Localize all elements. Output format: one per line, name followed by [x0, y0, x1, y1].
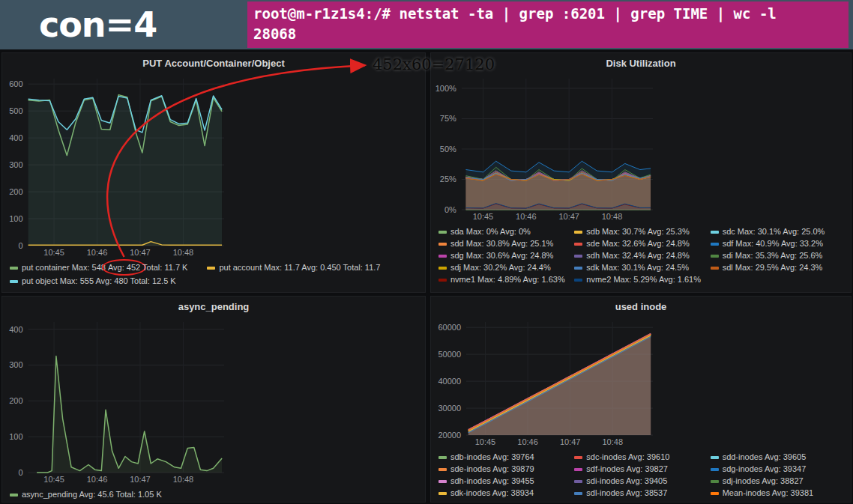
x-axis-tick-label: 10:47 [558, 212, 579, 221]
terminal-output-line: 28068 [253, 24, 843, 44]
terminal-window[interactable]: root@m-r1z1s4:/# netstat -ta | grep :620… [247, 1, 849, 48]
legend-series-marker [574, 243, 582, 246]
panel-put-account-container-object: PUT Account/Container/Object 01002003004… [1, 52, 426, 293]
series-area [37, 356, 222, 473]
legend-series-marker [711, 243, 719, 246]
legend-item[interactable]: sdb-inodes Avg: 39764 [438, 451, 574, 463]
legend-series-marker [438, 492, 447, 495]
legend-label: put container Max: 548 [22, 263, 108, 272]
legend-item[interactable]: nvme2 Max: 5.29% Avg: 1.61% [574, 273, 710, 285]
y-axis-tick-label: 300 [9, 360, 22, 369]
legend-label: sda Max: 0% Avg: 0% [450, 227, 531, 236]
series-area [468, 334, 651, 435]
legend-series-marker [438, 243, 447, 246]
legend-series-marker [10, 280, 18, 283]
legend-label: sde Max: 32.6% Avg: 24.8% [586, 239, 689, 248]
y-axis-tick-label: 100 [9, 432, 22, 441]
legend-item[interactable]: Mean-inodes Avg: 39381 [711, 487, 846, 499]
panel-title[interactable]: async_pending [2, 297, 425, 316]
x-axis-tick-label: 10:46 [87, 248, 108, 257]
panel-disk-utilization: Disk Utilization 0%25%50%75%100%10:4510:… [430, 52, 852, 293]
legend-label: sdb Max: 30.7% Avg: 25.3% [586, 227, 689, 236]
legend-label: async_pending Avg: 45.6 Total: 1.05 K [22, 490, 162, 499]
legend-item[interactable]: nvme1 Max: 4.89% Avg: 1.63% [438, 273, 574, 285]
legend-label: nvme1 Max: 4.89% Avg: 1.63% [450, 275, 565, 284]
legend-item[interactable]: sdk Max: 30.1% Avg: 24.5% [574, 261, 710, 273]
y-axis-tick-label: 0 [18, 468, 22, 477]
legend-label: sdc Max: 30.1% Avg: 25.0% [723, 227, 825, 236]
legend-item[interactable]: put container Max: 548 Avg: 452 Total: 1… [10, 261, 187, 273]
x-axis-tick-label: 10:48 [602, 437, 623, 446]
legend-item[interactable]: sdl Max: 29.5% Avg: 24.3% [711, 261, 846, 273]
connection-count-label: con=4 [39, 4, 157, 45]
y-axis-tick-label: 50000 [438, 350, 461, 359]
x-axis-tick-label: 10:48 [602, 212, 623, 221]
legend-item[interactable]: sdk-inodes Avg: 38934 [438, 487, 574, 499]
legend-item[interactable]: put object Max: 555 Avg: 480 Total: 12.5… [10, 275, 176, 287]
legend-item[interactable]: sdf Max: 40.9% Avg: 33.2% [711, 237, 846, 249]
legend-label: sdi-inodes Avg: 39405 [586, 476, 667, 485]
legend-series-marker [438, 231, 447, 234]
legend-item[interactable]: async_pending Avg: 45.6 Total: 1.05 K [10, 488, 162, 500]
legend-item[interactable]: sdh-inodes Avg: 39455 [438, 475, 574, 487]
y-axis-tick-label: 20000 [438, 431, 461, 440]
legend-item[interactable]: put account Max: 11.7 Avg: 0.450 Total: … [207, 261, 380, 273]
legend-item[interactable]: sdi-inodes Avg: 39405 [574, 475, 710, 487]
async-pending-chart[interactable]: 010020030040010:4510:4610:4710:48 [5, 318, 230, 485]
legend-label: sdk-inodes Avg: 38934 [450, 488, 534, 497]
y-axis-tick-label: 200 [9, 396, 22, 405]
header-bar: con=4 root@m-r1z1s4:/# netstat -ta | gre… [0, 0, 853, 49]
legend-label: Mean-inodes Avg: 39381 [723, 488, 814, 497]
legend-item[interactable]: sdi Max: 35.3% Avg: 25.6% [711, 249, 846, 261]
panel-used-inode: used inode 200003000040000500006000010:4… [430, 296, 852, 503]
async-pending-legend: async_pending Avg: 45.6 Total: 1.05 K [10, 488, 421, 502]
legend-item[interactable]: sdc-inodes Avg: 39610 [574, 451, 710, 463]
put-rate-chart[interactable]: 010020030040050060010:4510:4610:4710:48 [5, 74, 230, 258]
disk-utilization-chart[interactable]: 0%25%50%75%100%10:4510:4610:4710:48 [434, 74, 659, 222]
legend-item[interactable]: sde Max: 32.6% Avg: 24.8% [574, 237, 710, 249]
y-axis-tick-label: 400 [9, 325, 22, 334]
legend-item[interactable]: sdc Max: 30.1% Avg: 25.0% [711, 225, 846, 237]
legend-item[interactable]: sdd Max: 30.8% Avg: 25.1% [438, 237, 574, 249]
y-axis-tick-label: 100% [435, 84, 456, 93]
legend-item[interactable]: sdh Max: 32.4% Avg: 24.8% [574, 249, 710, 261]
legend-item[interactable]: sdf-inodes Avg: 39827 [574, 463, 710, 475]
legend-series-marker [574, 231, 582, 234]
used-inode-chart[interactable]: 200003000040000500006000010:4510:4610:47… [434, 318, 659, 448]
legend-series-marker [574, 480, 582, 483]
legend-item[interactable]: sdd-inodes Avg: 39605 [711, 451, 846, 463]
legend-label: sdg-inodes Avg: 39347 [723, 464, 807, 473]
panel-async-pending: async_pending 010020030040010:4510:4610:… [1, 296, 426, 503]
panel-title[interactable]: used inode [431, 297, 851, 316]
y-axis-tick-label: 0% [444, 205, 456, 214]
y-axis-tick-label: 500 [9, 106, 22, 115]
disk-utilization-legend: sda Max: 0% Avg: 0%sdb Max: 30.7% Avg: 2… [438, 225, 846, 285]
screenshot-root: con=4 root@m-r1z1s4:/# netstat -ta | gre… [0, 0, 853, 504]
legend-series-marker [711, 231, 719, 234]
legend-item[interactable]: sdg Max: 30.6% Avg: 24.8% [438, 249, 574, 261]
grafana-dashboard: PUT Account/Container/Object 01002003004… [0, 49, 853, 504]
y-axis-tick-label: 60000 [438, 323, 461, 332]
legend-item[interactable]: sda Max: 0% Avg: 0% [438, 225, 574, 237]
legend-item[interactable]: sdl-inodes Avg: 38537 [574, 487, 710, 499]
x-axis-tick-label: 10:46 [516, 212, 537, 221]
legend-label: sdj Max: 30.2% Avg: 24.4% [450, 263, 551, 272]
legend-item[interactable]: sdj-inodes Avg: 38827 [711, 475, 846, 487]
legend-label: sdf Max: 40.9% Avg: 33.2% [723, 239, 823, 248]
legend-item[interactable]: sdj Max: 30.2% Avg: 24.4% [438, 261, 574, 273]
x-axis-tick-label: 10:47 [130, 475, 151, 484]
legend-series-marker [574, 468, 582, 471]
panel-title[interactable]: PUT Account/Container/Object [2, 53, 425, 73]
y-axis-tick-label: 50% [440, 145, 456, 154]
legend-series-marker [10, 494, 18, 497]
legend-series-marker [711, 480, 719, 483]
legend-label: nvme2 Max: 5.29% Avg: 1.61% [586, 275, 701, 284]
legend-item[interactable]: sdb Max: 30.7% Avg: 25.3% [574, 225, 710, 237]
legend-series-marker [574, 255, 582, 258]
x-axis-tick-label: 10:47 [130, 248, 151, 257]
legend-series-marker [438, 468, 447, 471]
legend-item[interactable]: sde-inodes Avg: 39879 [438, 463, 574, 475]
legend-item[interactable]: sdg-inodes Avg: 39347 [711, 463, 846, 475]
legend-label: sdd Max: 30.8% Avg: 25.1% [450, 239, 553, 248]
legend-label: sde-inodes Avg: 39879 [450, 464, 534, 473]
